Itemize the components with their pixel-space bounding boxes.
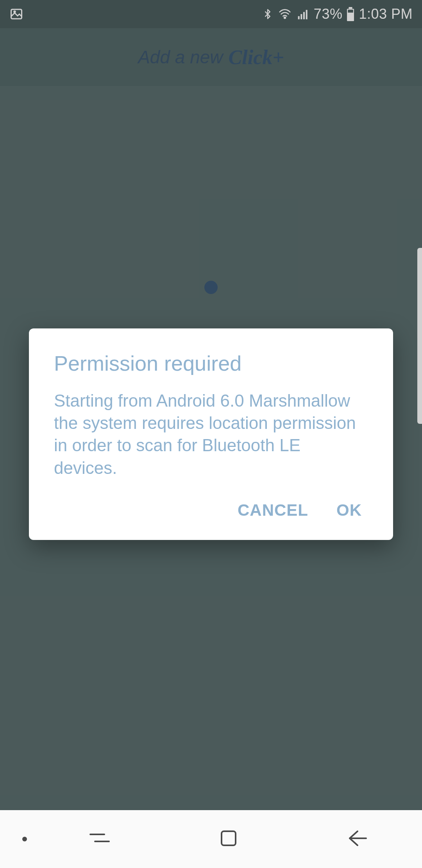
nav-more-icon[interactable] [22,837,27,841]
dialog-actions: CANCEL OK [54,501,368,529]
dialog-title: Permission required [54,351,368,375]
home-button[interactable] [219,829,238,849]
cancel-button[interactable]: CANCEL [238,501,308,520]
dialog-body: Starting from Android 6.0 Marshmallow th… [54,389,368,479]
svg-rect-10 [222,831,236,845]
recents-button[interactable] [87,830,112,848]
back-button[interactable] [347,829,368,849]
navigation-bar [0,810,422,868]
permission-dialog: Permission required Starting from Androi… [29,328,393,540]
ok-button[interactable]: OK [336,501,362,520]
